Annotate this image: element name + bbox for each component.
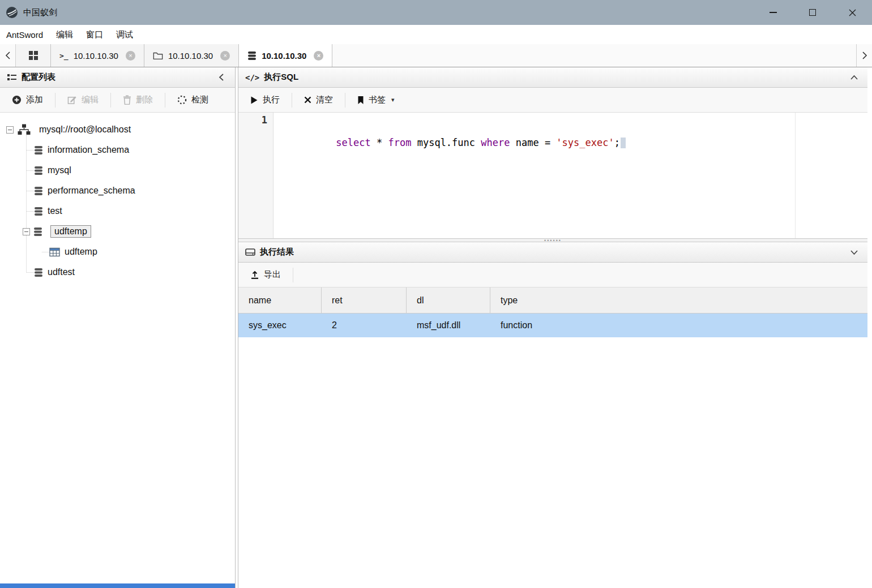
tree-node-label: mysql xyxy=(48,165,71,175)
tree-node-information-schema[interactable]: information_schema xyxy=(0,140,235,160)
result-panel-title: 执行结果 xyxy=(260,247,294,257)
chevron-up-icon xyxy=(850,75,858,80)
database-icon xyxy=(34,186,43,196)
tree-node-label: udftemp xyxy=(65,247,97,257)
menu-item-edit[interactable]: 编辑 xyxy=(56,29,73,40)
tab-label: 10.10.10.30 xyxy=(74,51,118,61)
tab-home[interactable] xyxy=(16,44,51,67)
tab-scroll-right-button[interactable] xyxy=(856,44,872,67)
check-button-label: 检测 xyxy=(191,95,208,105)
result-toolbar: 导出 xyxy=(238,263,867,287)
collapse-sql-panel-button[interactable] xyxy=(847,71,861,84)
app-logo-icon xyxy=(6,6,18,19)
tab-files-10-10-10-30[interactable]: 10.10.10.30 xyxy=(144,44,239,67)
column-header-type: type xyxy=(490,287,867,313)
sql-token: ; xyxy=(614,137,620,148)
delete-button-label: 删除 xyxy=(136,95,153,105)
tree-node-label: test xyxy=(48,206,62,216)
maximize-button[interactable] xyxy=(793,0,832,25)
tab-close-icon[interactable] xyxy=(220,51,230,61)
run-sql-label: 执行 xyxy=(263,95,280,105)
sql-token: where xyxy=(481,137,510,148)
tree-node-udftemp[interactable]: udftemp xyxy=(0,221,235,242)
collapse-panel-button[interactable] xyxy=(215,71,228,84)
delete-button[interactable]: 删除 xyxy=(111,88,165,112)
result-panel-header: 执行结果 xyxy=(238,242,867,263)
config-list-icon xyxy=(7,73,17,82)
tree-node-root[interactable]: mysql://root@localhost xyxy=(0,119,235,140)
horizontal-scrollbar-thumb[interactable] xyxy=(0,583,235,588)
tab-scroll-left-button[interactable] xyxy=(0,44,16,67)
clear-sql-button[interactable]: 清空 xyxy=(292,88,345,112)
plus-circle-icon xyxy=(12,95,22,105)
menu-item-window[interactable]: 窗口 xyxy=(86,29,103,40)
export-icon xyxy=(250,271,259,280)
close-icon xyxy=(849,9,856,16)
cell-type: function xyxy=(490,314,867,337)
chevron-down-icon xyxy=(850,250,858,255)
play-icon xyxy=(250,96,258,105)
bookmark-icon xyxy=(357,96,364,105)
bookmark-label: 书签 xyxy=(369,95,386,105)
export-button[interactable]: 导出 xyxy=(238,263,293,287)
collapse-result-panel-button[interactable] xyxy=(847,246,861,259)
column-header-ret: ret xyxy=(322,287,407,313)
editor-code-area[interactable]: select * from mysql.func where name = 's… xyxy=(273,113,867,238)
tree-connector xyxy=(27,272,34,273)
tree-connector xyxy=(27,191,34,191)
tree-node-label-selected: udftemp xyxy=(50,225,91,238)
connection-tree: mysql://root@localhost information_schem… xyxy=(0,113,235,583)
menu-item-debug[interactable]: 调试 xyxy=(116,29,133,40)
tree-connector xyxy=(27,211,34,212)
toolbar-divider xyxy=(293,268,293,282)
minimize-button[interactable] xyxy=(753,0,793,25)
check-button[interactable]: 检测 xyxy=(165,88,220,112)
tab-label: 10.10.10.30 xyxy=(168,51,213,61)
cell-name: sys_exec xyxy=(238,314,322,337)
sql-editor[interactable]: 1 select * from mysql.func where name = … xyxy=(238,113,867,238)
database-icon xyxy=(33,227,42,237)
tree-node-label: mysql://root@localhost xyxy=(39,125,131,135)
menu-bar: AntSword 编辑 窗口 调试 xyxy=(0,25,872,44)
print-margin-ruler xyxy=(795,113,796,238)
edit-button-label: 编辑 xyxy=(82,95,99,105)
sql-panel-header: </> 执行SQL xyxy=(238,67,867,88)
tab-close-icon[interactable] xyxy=(126,51,135,61)
tree-node-test[interactable]: test xyxy=(0,201,235,221)
export-label: 导出 xyxy=(264,269,281,280)
tree-node-udftemp-table[interactable]: udftemp xyxy=(0,242,235,262)
editor-result-splitter[interactable]: •••••• xyxy=(238,238,867,242)
clear-x-icon xyxy=(304,96,311,104)
bookmark-button[interactable]: 书签 ▾ xyxy=(345,88,407,112)
tab-terminal-10-10-10-30[interactable]: >_ 10.10.10.30 xyxy=(51,44,144,67)
tree-connector xyxy=(42,252,49,252)
collapse-expander-icon[interactable] xyxy=(23,228,30,235)
main-content: 配置列表 添加 xyxy=(0,67,872,588)
app-logo-icon xyxy=(6,6,18,19)
arrow-right-icon xyxy=(862,51,867,59)
title-bar: 中国蚁剑 xyxy=(0,0,872,25)
collapse-expander-icon[interactable] xyxy=(6,126,14,134)
run-sql-button[interactable]: 执行 xyxy=(238,88,292,112)
sql-token: from xyxy=(388,137,412,148)
trash-icon xyxy=(123,95,131,105)
edit-icon xyxy=(67,95,77,105)
tree-node-mysql[interactable]: mysql xyxy=(0,160,235,181)
close-button[interactable] xyxy=(832,0,872,25)
edit-button[interactable]: 编辑 xyxy=(55,88,110,112)
terminal-icon: >_ xyxy=(59,51,69,60)
config-toolbar: 添加 编辑 删除 xyxy=(0,88,235,113)
menu-item-antsword[interactable]: AntSword xyxy=(6,30,43,40)
tab-database-10-10-10-30[interactable]: 10.10.10.30 xyxy=(239,44,332,67)
tree-node-udftest[interactable]: udftest xyxy=(0,262,235,282)
result-table-header: name ret dl type xyxy=(238,287,867,314)
editor-gutter: 1 xyxy=(238,113,273,238)
chevron-left-icon xyxy=(219,73,224,81)
add-button[interactable]: 添加 xyxy=(0,88,55,112)
tree-connector xyxy=(27,170,34,171)
result-table-row-selected[interactable]: sys_exec 2 msf_udf.dll function xyxy=(238,314,867,337)
column-header-dl: dl xyxy=(407,287,490,313)
tab-close-icon[interactable] xyxy=(314,51,323,61)
sql-token: select xyxy=(336,137,370,148)
tree-node-performance-schema[interactable]: performance_schema xyxy=(0,181,235,201)
